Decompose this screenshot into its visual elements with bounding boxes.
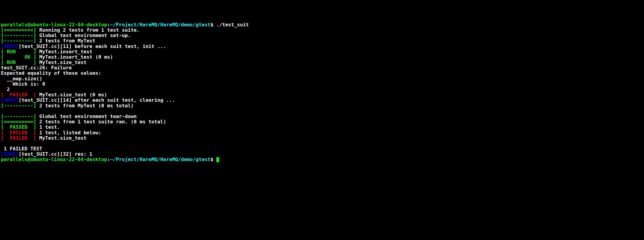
output-line: [ PASSED ] 1 test.: [1, 124, 643, 130]
output-text: MyTest.size_test: [36, 60, 86, 65]
prompt-dollar: $: [210, 22, 216, 28]
bracket-indicator: [----------]: [1, 33, 36, 38]
cursor-icon: [216, 157, 219, 162]
output-line: [1, 108, 643, 114]
ok-word: OK: [24, 54, 30, 60]
prompt-line-2[interactable]: parallels@ubuntu-linux-22-04-desktop:~/P…: [1, 157, 643, 162]
output-text: 2 tests from 1 test suite ran. (0 ms tot…: [36, 119, 166, 124]
failed-indicator: [ FAILED ]: [1, 135, 36, 141]
output-line: [INFO][test_SUIT.cc][11] before each sui…: [1, 44, 643, 49]
output-line: [INFO][test_SUIT.cc][14] after each suit…: [1, 97, 643, 103]
run-indicator: [ RUN ]: [1, 60, 36, 65]
output-line: [1, 141, 643, 146]
prompt-line-1: parallels@ubuntu-linux-22-04-desktop:~/P…: [1, 22, 643, 28]
bracket-indicator: [----------]: [1, 38, 36, 44]
output-text: [test_SUIT.cc][14] after each suit test,…: [18, 97, 175, 103]
output-text: Global test environment set-up.: [36, 33, 131, 38]
bracket-indicator: [==========]: [1, 27, 36, 33]
bracket-indicator: [----------]: [1, 114, 36, 119]
output-line: [----------] 2 tests from MyTest: [1, 38, 643, 44]
failed-indicator: [ FAILED ]: [1, 92, 36, 97]
prompt-user-host: parallels@ubuntu-linux-22-04-desktop: [1, 157, 107, 162]
output-line: [ FAILED ] 1 test, listed below:: [1, 130, 643, 135]
output-text: MyTest.insert_test: [36, 49, 92, 54]
passed-indicator: [ PASSED ]: [1, 124, 36, 130]
failed-indicator: [ FAILED ]: [1, 130, 36, 135]
output-line: [ FAILED ] MyTest.size_test (0 ms): [1, 92, 643, 97]
prompt-path: ~/Project/HareMQ/HareMQ/demo/gtest: [110, 22, 210, 28]
output-text: Which is: 0: [1, 81, 45, 87]
output-line: [----------] Global test environment tea…: [1, 114, 643, 119]
output-line: test_SUIT.cc:26: Failure: [1, 65, 643, 71]
command-text: ./test_suit: [216, 22, 249, 28]
info-tag: [INFO]: [1, 97, 18, 103]
failed-summary: 1 FAILED TEST: [1, 146, 42, 151]
output-line: [==========] Running 2 tests from 1 test…: [1, 28, 643, 33]
output-text: 2 tests from MyTest: [36, 38, 95, 44]
output-text: MyTest.size_test (0 ms): [36, 92, 107, 97]
failure-location: test_SUIT.cc:26: Failure: [1, 65, 72, 71]
output-line: 2: [1, 87, 643, 92]
ok-bracket-left: [: [1, 54, 24, 60]
output-text: 1 test.: [36, 124, 60, 130]
output-line: [ RUN ] MyTest.size_test: [1, 60, 643, 65]
run-indicator: [ RUN ]: [1, 49, 36, 54]
output-line: Expected equality of these values:: [1, 71, 643, 76]
output-text: Expected equality of these values:: [1, 70, 101, 76]
output-text: [test_SUIT.cc][32] res: 1: [18, 151, 92, 157]
prompt-colon: :: [107, 157, 110, 162]
terminal-output[interactable]: parallels@ubuntu-linux-22-04-desktop:~/P…: [1, 22, 643, 162]
output-line: [ FAILED ] MyTest.size_test: [1, 135, 643, 141]
info-tag: [INFO]: [1, 151, 18, 157]
prompt-dollar: $: [210, 157, 216, 162]
output-text: __map.size(): [1, 76, 42, 81]
output-line: __map.size(): [1, 76, 643, 81]
output-line: 1 FAILED TEST: [1, 146, 643, 151]
output-line: Which is: 0: [1, 81, 643, 87]
output-text: Running 2 tests from 1 test suite.: [36, 27, 140, 33]
output-text: 2: [1, 87, 10, 92]
output-line: [----------] 2 tests from MyTest (0 ms t…: [1, 103, 643, 108]
info-tag: [INFO]: [1, 44, 18, 49]
ok-bracket-right: ]: [30, 54, 36, 60]
output-line: [==========] 2 tests from 1 test suite r…: [1, 119, 643, 124]
prompt-path: ~/Project/HareMQ/HareMQ/demo/gtest: [110, 157, 210, 162]
output-text: MyTest.insert_test (0 ms): [36, 54, 113, 60]
prompt-user-host: parallels@ubuntu-linux-22-04-desktop: [1, 22, 107, 28]
output-line: [ RUN ] MyTest.insert_test: [1, 49, 643, 54]
output-line: [ OK ] MyTest.insert_test (0 ms): [1, 54, 643, 60]
output-text: MyTest.size_test: [36, 135, 86, 141]
bracket-indicator: [==========]: [1, 119, 36, 124]
output-text: 2 tests from MyTest (0 ms total): [36, 103, 134, 108]
output-line: [----------] Global test environment set…: [1, 33, 643, 38]
output-text: 1 test, listed below:: [36, 130, 101, 135]
prompt-colon: :: [107, 22, 110, 28]
bracket-indicator: [----------]: [1, 103, 36, 108]
output-text: Global test environment tear-down: [36, 114, 136, 119]
output-text: [test_SUIT.cc][11] before each suit test…: [18, 44, 166, 49]
output-line: [INFO][test_SUIT.cc][32] res: 1: [1, 151, 643, 157]
